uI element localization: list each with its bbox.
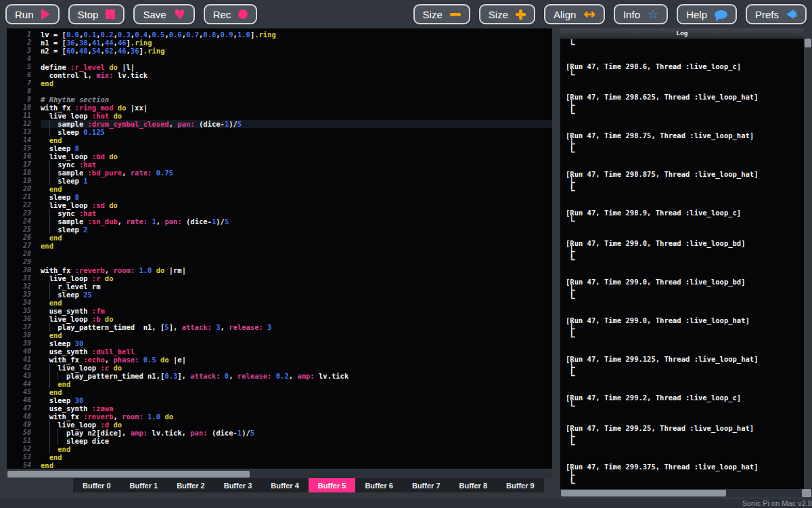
editor-horizontal-scrollbar[interactable]: [7, 470, 552, 478]
code-text: [41, 250, 552, 258]
bubble-icon: [715, 10, 727, 19]
code-token: do: [113, 421, 122, 429]
code-token: 0.125: [83, 128, 105, 136]
code-text: use_synth :dull_bell: [41, 347, 552, 356]
indent-guide: [49, 380, 58, 388]
log-branch-glyph: ├: [568, 471, 804, 480]
buffer-tab-8[interactable]: Buffer 8: [450, 478, 497, 492]
code-token: .ring: [131, 39, 152, 47]
code-token: 1: [83, 177, 87, 185]
code-line-22: 22live_loop :sd do: [7, 201, 552, 209]
stop-icon: [106, 9, 115, 19]
code-token: 38: [79, 39, 88, 47]
line-number: 35: [7, 307, 41, 315]
log-horizontal-scrollbar[interactable]: [560, 489, 801, 497]
code-text: # Rhythm section: [41, 96, 552, 104]
code-text: end: [41, 242, 552, 250]
code-token: :bd: [92, 152, 105, 161]
indent: [41, 282, 49, 291]
heart-icon: [174, 9, 185, 20]
indent-guide: [49, 120, 58, 128]
buffer-tab-0[interactable]: Buffer 0: [73, 478, 120, 492]
size-plus-button-label: Size: [489, 9, 508, 20]
code-token: 0.5: [152, 30, 164, 39]
log-entry-header: [Run 47, Time 298.9, Thread :live_loop_c…: [566, 209, 804, 217]
line-number: 29: [7, 258, 41, 266]
prefs-button[interactable]: Prefs: [746, 4, 807, 24]
line-number: 12: [7, 120, 41, 128]
code-text: sleep 25: [41, 291, 552, 299]
log-entry-header: [Run 47, Time 299.375, Thread :live_loop…: [566, 463, 804, 471]
code-token: amp:: [131, 429, 148, 437]
save-button[interactable]: Save: [133, 4, 194, 24]
align-button[interactable]: Align: [544, 4, 605, 24]
log-branch-glyph: ├: [568, 325, 804, 333]
buffer-tab-5[interactable]: Buffer 5: [309, 478, 356, 492]
code-text: control l, mix: lv.tick: [41, 71, 552, 79]
buffer-tab-3[interactable]: Buffer 3: [215, 478, 262, 492]
minus-icon: [450, 13, 461, 16]
rec-button[interactable]: Rec: [204, 4, 258, 24]
line-number: 17: [7, 161, 41, 169]
code-text: sync :hat: [41, 209, 552, 217]
log-branch-glyph: ├: [568, 433, 804, 441]
buffer-tab-9[interactable]: Buffer 9: [497, 478, 544, 492]
log-branch-glyph: └: [568, 71, 804, 79]
code-token: do: [109, 152, 118, 161]
indent-guide: [49, 372, 58, 380]
code-editor[interactable]: 1lv = [0.0,0.1,0.2,0.3,0.4,0.5,0.6,0.7,0…: [7, 28, 552, 469]
code-line-2: 2n1 = [36,38,41,44,46].ring: [7, 39, 552, 47]
code-token: 8: [75, 144, 79, 152]
code-line-48: 48with_fx :reverb, room: 1.0 do: [7, 412, 552, 421]
indent: [41, 217, 49, 226]
help-button[interactable]: Help: [677, 4, 737, 24]
arrows-icon: [583, 8, 595, 20]
info-button[interactable]: Info: [614, 4, 668, 24]
buffer-tab-7[interactable]: Buffer 7: [403, 478, 450, 492]
line-number: 26: [7, 234, 41, 242]
indent: [41, 152, 49, 161]
code-token: pan:: [164, 217, 181, 226]
buffer-tab-6[interactable]: Buffer 6: [355, 478, 403, 492]
code-token: with_fx: [41, 104, 75, 112]
code-token: lv.tick: [315, 372, 349, 380]
code-token: 0.3: [164, 372, 177, 380]
log-branch-glyph: └: [568, 480, 804, 488]
code-text: sample :bd_pure, rate: 0.75: [41, 169, 552, 177]
code-token: rate:: [131, 169, 152, 177]
line-number: 37: [7, 323, 41, 331]
log-branch-glyph: └: [568, 402, 804, 410]
code-token: 1.0: [148, 412, 160, 421]
code-token: 0.6: [169, 30, 182, 39]
stop-button[interactable]: Stop: [68, 4, 125, 24]
code-token: release:: [238, 372, 272, 380]
log-output[interactable]: └[Run 47, Time 298.6, Thread :live_loop_…: [560, 39, 804, 490]
line-number: 7: [7, 79, 41, 87]
size-plus-button[interactable]: Size: [479, 4, 535, 24]
buffer-tab-2[interactable]: Buffer 2: [167, 478, 215, 492]
code-text: [41, 87, 552, 96]
code-token: 25: [83, 291, 92, 299]
indent: [41, 185, 49, 193]
buffer-tab-4[interactable]: Buffer 4: [261, 478, 309, 492]
buffer-tab-1[interactable]: Buffer 1: [120, 478, 168, 492]
log-hscrollbar-thumb[interactable]: [561, 490, 726, 496]
code-line-52: 52end: [7, 445, 552, 453]
log-branch-glyph: └: [568, 295, 804, 303]
code-token: :r: [92, 274, 101, 282]
code-token: 0.5: [143, 356, 156, 364]
run-button[interactable]: Run: [5, 4, 60, 24]
editor-scrollbar-thumb[interactable]: [7, 471, 250, 478]
indent-guide: [49, 421, 58, 429]
code-line-42: 42live_loop :c do: [7, 364, 552, 372]
size-minus-button[interactable]: Size: [413, 4, 470, 24]
indent: [41, 177, 49, 185]
indent: [41, 356, 49, 364]
code-text: use_synth :zawa: [41, 404, 552, 412]
log-vscrollbar-thumb[interactable]: [805, 39, 811, 47]
log-vertical-scrollbar[interactable]: [805, 39, 811, 489]
code-line-47: 47use_synth :zawa: [7, 404, 552, 412]
code-token: 0.1: [83, 30, 96, 39]
line-number: 34: [7, 299, 41, 307]
line-number: 53: [7, 453, 41, 461]
